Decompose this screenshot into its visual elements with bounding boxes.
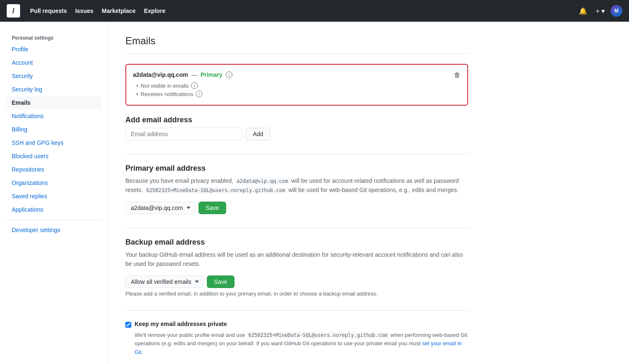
email-input[interactable] <box>125 128 242 140</box>
sidebar-item-security-log[interactable]: Security log <box>7 83 102 96</box>
backup-section-title: Backup email address <box>125 238 468 247</box>
sidebar-item-applications[interactable]: Applications <box>7 203 102 216</box>
primary-select-row: a2data@vip.qq.com Save <box>125 202 468 214</box>
primary-info-icon[interactable]: i <box>226 71 232 78</box>
add-email-section: Add email address Add <box>125 116 468 140</box>
nav-pull-requests[interactable]: Pull requests <box>27 5 70 17</box>
email-dash: — <box>191 71 197 78</box>
privacy-noreply-mono: 62502325+MineData-SQL@users.noreply.gith… <box>247 332 389 339</box>
sidebar-item-saved-replies[interactable]: Saved replies <box>7 190 102 203</box>
email-card-header: a2data@vip.qq.com — Primary i <box>133 71 461 78</box>
visibility-info-icon[interactable]: i <box>191 82 198 89</box>
sidebar-section-title: Personal settings <box>7 32 102 43</box>
sidebar-item-profile[interactable]: Profile <box>7 43 102 56</box>
sidebar-item-emails[interactable]: Emails <box>7 96 102 109</box>
backup-section-desc: Your backup GitHub email address will be… <box>125 250 468 269</box>
privacy-section: Keep my email addresses private We'll re… <box>125 321 468 357</box>
notifications-info-icon[interactable]: i <box>196 91 202 97</box>
backup-select-row: Allow all verified emails Save <box>125 276 468 288</box>
sidebar-item-blocked-users[interactable]: Blocked users <box>7 149 102 163</box>
primary-section-desc: Because you have email privacy enabled, … <box>125 176 468 195</box>
top-navigation: / Pull requests Issues Marketplace Explo… <box>0 0 629 22</box>
add-email-button[interactable]: Add <box>246 128 270 140</box>
sidebar-item-repositories[interactable]: Repositories <box>7 163 102 176</box>
page-title: Emails <box>125 35 468 54</box>
github-logo[interactable]: / <box>7 4 20 18</box>
sidebar-divider <box>7 220 102 220</box>
delete-email-button[interactable]: 🗑 <box>454 71 461 79</box>
primary-email-section: Primary email address Because you have e… <box>125 164 468 214</box>
privacy-checkbox[interactable] <box>125 322 131 328</box>
primary-badge: Primary <box>201 71 222 78</box>
nav-marketplace[interactable]: Marketplace <box>99 5 139 17</box>
sidebar-item-billing[interactable]: Billing <box>7 123 102 136</box>
nav-explore[interactable]: Explore <box>140 5 168 17</box>
email-meta-item-notifications: Receives notifications i <box>136 90 461 98</box>
add-email-row: Add <box>125 128 468 140</box>
primary-email-mono: a2data@vip.qq.com <box>235 178 290 185</box>
noreply-email-mono: 62502325+MineData-SQL@users.noreply.gith… <box>145 187 287 194</box>
backup-email-section: Backup email address Your backup GitHub … <box>125 238 468 297</box>
nav-issues[interactable]: Issues <box>72 5 97 17</box>
sidebar: Personal settings Profile Account Securi… <box>0 22 109 364</box>
save-primary-email-button[interactable]: Save <box>199 202 226 214</box>
email-meta-list: Not visible in emails i Receives notific… <box>133 81 461 98</box>
backup-email-select[interactable]: Allow all verified emails <box>125 276 204 288</box>
privacy-checkbox-desc: We'll remove your public profile email a… <box>135 331 468 357</box>
privacy-checkbox-row: Keep my email addresses private <box>125 321 468 328</box>
sidebar-item-account[interactable]: Account <box>7 56 102 69</box>
add-email-title: Add email address <box>125 116 468 124</box>
nav-right: 🔔 + ▾ M <box>576 5 622 18</box>
page-layout: Personal settings Profile Account Securi… <box>0 22 629 364</box>
sidebar-item-notifications[interactable]: Notifications <box>7 109 102 123</box>
sidebar-item-ssh-gpg[interactable]: SSH and GPG keys <box>7 136 102 149</box>
set-email-in-git-link[interactable]: set your email in Git. <box>135 340 462 355</box>
primary-email-select[interactable]: a2data@vip.qq.com <box>125 202 195 214</box>
sidebar-item-developer-settings[interactable]: Developer settings <box>7 223 102 237</box>
email-address: a2data@vip.qq.com <box>133 71 188 78</box>
save-backup-email-button[interactable]: Save <box>207 276 234 288</box>
divider-1 <box>125 154 468 154</box>
backup-section-note: Please add a verified email, in addition… <box>125 291 468 297</box>
nav-links: Pull requests Issues Marketplace Explore <box>27 5 169 17</box>
divider-2 <box>125 228 468 228</box>
create-new-button[interactable]: + ▾ <box>593 5 607 18</box>
sidebar-item-security[interactable]: Security <box>7 69 102 83</box>
primary-section-title: Primary email address <box>125 164 468 173</box>
divider-3 <box>125 310 468 311</box>
main-content: Emails a2data@vip.qq.com — Primary i 🗑 N… <box>109 22 485 364</box>
sidebar-item-organizations[interactable]: Organizations <box>7 176 102 190</box>
avatar[interactable]: M <box>611 5 622 17</box>
notifications-button[interactable]: 🔔 <box>576 5 590 18</box>
email-meta-item-visibility: Not visible in emails i <box>136 81 461 90</box>
primary-email-card: a2data@vip.qq.com — Primary i 🗑 Not visi… <box>125 64 468 106</box>
privacy-checkbox-label[interactable]: Keep my email addresses private <box>135 321 227 327</box>
